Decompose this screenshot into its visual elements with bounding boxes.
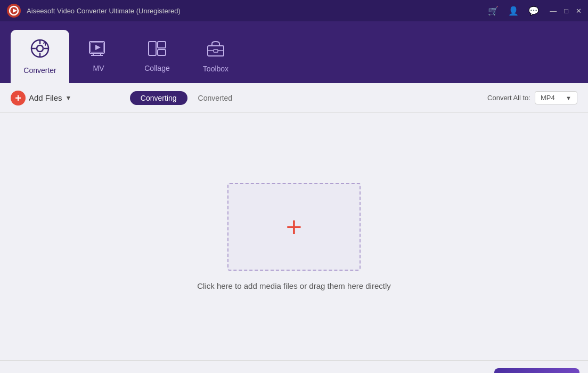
svg-marker-14 [95,45,101,50]
collage-icon [148,41,166,60]
format-value: MP4 [541,94,555,102]
svg-rect-16 [158,42,166,48]
add-files-button[interactable]: + Add Files ▼ [11,91,71,106]
tab-collage[interactable]: Collage [128,30,186,83]
toolbox-icon [207,40,225,60]
tab-switcher: Converting Converted [130,91,243,105]
main-area: + Click here to add media files or drag … [0,113,588,360]
svg-rect-17 [158,50,166,55]
convert-all-button[interactable]: Convert All [494,368,579,374]
drop-zone[interactable]: + [227,183,361,271]
tab-switch-converted[interactable]: Converted [187,91,243,105]
titlebar: Aiseesoft Video Converter Ultimate (Unre… [0,0,588,21]
drop-plus-icon: + [286,213,302,241]
content-area: + Click here to add media files or drag … [0,113,588,360]
tab-converter[interactable]: Converter [11,30,69,83]
drop-hint: Click here to add media files or drag th… [197,281,391,290]
format-dropdown-icon: ▼ [566,95,571,101]
bottombar: Save to: E:\Aiseesoft Studio\Ais...rter … [0,360,588,373]
tab-mv-label: MV [93,64,104,72]
tab-converter-label: Converter [23,66,56,75]
tab-toolbox[interactable]: Toolbox [186,30,245,83]
app-logo [6,3,21,18]
mv-icon [89,41,108,60]
titlebar-icons: 🛒 👤 💬 [488,6,539,16]
converter-icon [30,39,50,62]
titlebar-left: Aiseesoft Video Converter Ultimate (Unre… [6,3,181,18]
maximize-button[interactable]: □ [564,7,568,15]
tab-switch-converting[interactable]: Converting [130,91,187,105]
convert-all-to: Convert All to: MP4 ▼ [487,91,577,104]
tabbar: Converter MV Collage [0,21,588,83]
svg-rect-15 [149,42,156,55]
tab-collage-label: Collage [144,64,169,72]
cart-icon[interactable]: 🛒 [488,6,499,16]
format-select[interactable]: MP4 ▼ [535,91,577,104]
app-title: Aiseesoft Video Converter Ultimate (Unre… [27,7,181,15]
tab-mv[interactable]: MV [69,30,128,83]
close-button[interactable]: ✕ [576,7,582,15]
add-files-dropdown-icon[interactable]: ▼ [66,94,72,102]
minimize-button[interactable]: — [550,7,557,15]
svg-rect-19 [214,50,218,52]
toolbar: + Add Files ▼ Converting Converted Conve… [0,83,588,113]
profile-icon[interactable]: 👤 [508,6,519,16]
svg-point-4 [37,45,43,52]
chat-icon[interactable]: 💬 [528,6,539,16]
add-files-label: Add Files [29,93,62,102]
titlebar-controls: — □ ✕ [550,7,582,15]
convert-all-label: Convert All to: [487,94,530,102]
tab-toolbox-label: Toolbox [203,64,228,73]
add-files-plus-icon: + [11,91,26,106]
